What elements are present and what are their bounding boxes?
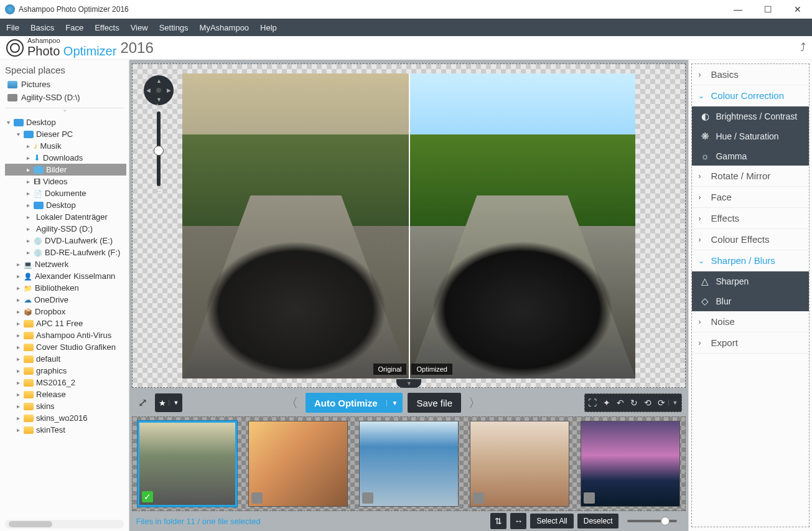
expand-icon[interactable]: ▸ [15, 415, 21, 421]
menu-effects[interactable]: Effects [95, 23, 119, 32]
expand-icon[interactable]: ▸ [15, 355, 21, 362]
redo-icon[interactable]: ↻ [627, 398, 641, 408]
tree-item[interactable]: ▸Cover Studio Grafiken [5, 341, 126, 353]
panel-subitem[interactable]: ☼Gamma [692, 146, 809, 166]
place-agility-ssd[interactable]: Agility-SSD (D:\) [5, 91, 124, 104]
sidebar-scrollbar[interactable] [5, 520, 124, 529]
panel-section[interactable]: ›Face [692, 187, 809, 208]
tree-item[interactable]: ▸Bibliotheken [5, 282, 126, 294]
thumbnail[interactable]: ✓ [138, 421, 237, 507]
expand-icon[interactable]: ▸ [15, 367, 21, 374]
tree-item[interactable]: ▸default [5, 353, 126, 365]
expand-icon[interactable]: ▾ [5, 119, 11, 126]
expand-icon[interactable]: ▸ [25, 249, 31, 256]
tree-item[interactable]: ▸Alexander Kisselmann [5, 270, 126, 282]
select-all-button[interactable]: Select All [530, 514, 573, 529]
thumbnail[interactable] [581, 421, 680, 507]
expand-icon[interactable]: ▸ [15, 391, 21, 398]
menu-settings[interactable]: Settings [159, 23, 189, 32]
close-button[interactable]: ✕ [788, 4, 807, 14]
panel-section[interactable]: ›Noise [692, 311, 809, 332]
sidebar-divider[interactable] [5, 108, 124, 114]
expand-icon[interactable]: ▸ [15, 332, 21, 339]
prev-button[interactable]: 〈 [283, 395, 301, 411]
zoom-slider[interactable]: +− [157, 111, 161, 186]
favorite-button[interactable]: ★▼ [155, 393, 182, 412]
expand-icon[interactable]: ▸ [15, 308, 21, 315]
maximize-button[interactable]: ☐ [758, 4, 777, 14]
fullscreen-button[interactable]: ⤢ [136, 393, 150, 412]
dropdown-icon[interactable]: ▼ [169, 400, 179, 406]
thumb-checkbox[interactable] [251, 492, 263, 504]
thumb-checkbox[interactable] [362, 492, 373, 504]
minimize-button[interactable]: — [729, 4, 747, 14]
expand-icon[interactable]: ▸ [15, 284, 21, 291]
next-button[interactable]: 〉 [466, 395, 483, 411]
expand-icon[interactable]: ▾ [15, 131, 21, 138]
tree-item[interactable]: ▸BD-RE-Laufwerk (F:) [5, 247, 126, 258]
share-icon[interactable]: ⤴ [800, 41, 806, 54]
undo-icon[interactable]: ↶ [614, 398, 627, 408]
expand-icon[interactable]: ▸ [15, 426, 21, 433]
tree-item[interactable]: ▾Dieser PC [5, 128, 126, 140]
tree-item[interactable]: ▸skins_wo2016 [5, 412, 126, 424]
dropdown-icon[interactable]: ▼ [386, 400, 403, 406]
expand-icon[interactable]: ▸ [25, 237, 31, 244]
tree-item[interactable]: ▸Desktop [5, 199, 126, 211]
expand-icon[interactable]: ▸ [25, 190, 31, 197]
expand-icon[interactable]: ▸ [15, 379, 21, 386]
tree-item[interactable]: ▸Ashampoo Anti-Virus [5, 329, 126, 341]
crop-icon[interactable]: ⛶ [585, 398, 600, 408]
tree-item[interactable]: ▸graphics [5, 365, 126, 377]
panel-subitem[interactable]: ◇Blur [692, 291, 809, 311]
panel-section[interactable]: ›Basics [692, 64, 809, 85]
tree-item[interactable]: ▸MS2016_2 [5, 377, 126, 388]
tree-item[interactable]: ▾Desktop [5, 116, 126, 128]
thumbnail[interactable] [470, 421, 569, 507]
tree-item[interactable]: ▸Bilder [5, 164, 126, 176]
save-file-button[interactable]: Save file [408, 393, 461, 413]
tree-item[interactable]: ▸DVD-Laufwerk (E:) [5, 235, 126, 247]
tree-item[interactable]: ▸Lokaler Datenträger [5, 211, 126, 223]
expand-icon[interactable]: ▸ [25, 143, 31, 149]
tree-item[interactable]: ▸Dropbox [5, 306, 126, 317]
panel-section[interactable]: ›Colour Effects [692, 229, 809, 250]
menu-myashampoo[interactable]: MyAshampoo [200, 23, 249, 32]
menu-file[interactable]: File [6, 23, 19, 32]
tree-item[interactable]: ▸Videos [5, 176, 126, 187]
tree-item[interactable]: ▸Release [5, 388, 126, 400]
expand-icon[interactable]: ▸ [25, 202, 31, 209]
expand-icon[interactable]: ▸ [25, 166, 31, 173]
thumb-checkbox[interactable] [473, 492, 484, 504]
panel-section[interactable]: ›Export [692, 332, 809, 354]
tree-item[interactable]: ▸skins [5, 400, 126, 412]
thumb-zoom-slider[interactable] [627, 520, 677, 522]
tree-item[interactable]: ▸skinTest [5, 424, 126, 436]
viewer-collapse-tab[interactable]: ▼ [396, 379, 421, 388]
panel-section[interactable]: ›Rotate / Mirror [692, 166, 809, 187]
thumbnail[interactable] [359, 421, 459, 507]
expand-icon[interactable]: ▸ [15, 261, 21, 268]
expand-icon[interactable]: ▸ [25, 178, 31, 185]
expand-icon[interactable]: ▸ [15, 403, 21, 410]
expand-icon[interactable]: ▸ [15, 320, 21, 327]
deselect-button[interactable]: Deselect [577, 514, 619, 529]
panel-subitem[interactable]: ❋Hue / Saturation [692, 126, 809, 146]
thumb-checkbox[interactable] [584, 492, 595, 504]
dropdown-icon[interactable]: ▼ [668, 400, 682, 406]
panel-section[interactable]: ⌄Colour Correction [692, 85, 809, 106]
split-handle[interactable] [409, 73, 410, 378]
panel-section[interactable]: ›Effects [692, 208, 809, 229]
menu-view[interactable]: View [131, 23, 148, 32]
panel-subitem[interactable]: △Sharpen [692, 271, 809, 291]
rotate-right-icon[interactable]: ⟳ [655, 398, 668, 408]
sort-button[interactable]: ⇅ [490, 513, 506, 529]
tree-item[interactable]: ▸Downloads [5, 152, 126, 164]
expand-icon[interactable]: ▸ [25, 154, 31, 161]
expand-icon[interactable]: ▸ [25, 214, 31, 220]
magic-icon[interactable]: ✦ [600, 398, 614, 408]
pan-control[interactable]: ▲▼◀▶ [144, 75, 174, 105]
tree-item[interactable]: ▸Musik [5, 140, 126, 152]
panel-section[interactable]: ⌄Sharpen / Blurs [692, 250, 809, 271]
auto-optimize-button[interactable]: Auto Optimize▼ [306, 393, 403, 413]
